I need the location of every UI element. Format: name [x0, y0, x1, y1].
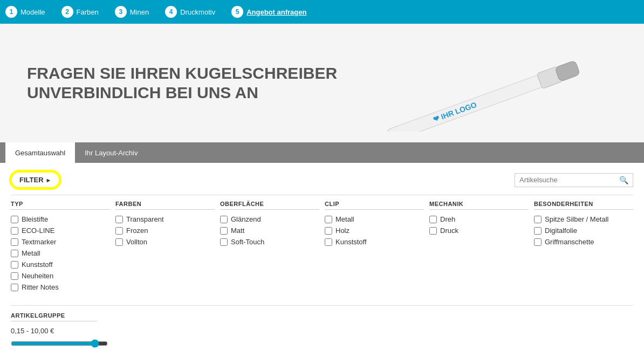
- filter-checkbox-label-2-1[interactable]: Matt: [231, 226, 244, 235]
- step-item-3[interactable]: 3Minen: [115, 6, 149, 18]
- filter-checkbox-label-0-2[interactable]: Textmarker: [22, 238, 56, 246]
- filter-column-3: CLIPMetallHolzKunststoff: [325, 201, 424, 294]
- filter-col-header-5: BESONDERHEITEN: [534, 201, 633, 210]
- tab-item-1[interactable]: Ihr Layout-Archiv: [75, 142, 147, 163]
- step-item-5[interactable]: 5Angebot anfragen: [231, 6, 306, 18]
- filter-item: Griffmanschette: [534, 238, 633, 246]
- filter-checkbox-label-2-0[interactable]: Glänzend: [231, 215, 261, 223]
- search-input[interactable]: [519, 176, 619, 184]
- filter-checkbox-1-2[interactable]: [115, 238, 123, 246]
- step-item-2[interactable]: 2Farben: [61, 6, 99, 18]
- filter-checkbox-0-2[interactable]: [11, 238, 18, 246]
- filter-item: Digitalfolie: [534, 226, 633, 235]
- filter-checkbox-label-2-2[interactable]: Soft-Touch: [231, 238, 264, 246]
- filter-checkbox-label-4-1[interactable]: Druck: [440, 226, 458, 235]
- filter-checkbox-0-5[interactable]: [11, 272, 18, 280]
- filter-checkbox-label-0-3[interactable]: Metall: [22, 249, 40, 257]
- search-wrap: 🔍: [515, 173, 633, 187]
- filter-col-header-3: CLIP: [325, 201, 424, 210]
- artikelgruppe-title: ARTIKELGRUPPE: [11, 312, 97, 321]
- filter-item: Dreh: [429, 215, 529, 223]
- filter-btn-wrap: FILTER ►: [11, 171, 60, 188]
- step-item-1[interactable]: 1Modelle: [5, 6, 45, 18]
- filter-checkbox-label-3-1[interactable]: Holz: [335, 226, 350, 235]
- step-label-5: Angebot anfragen: [246, 8, 306, 16]
- filter-checkbox-label-1-0[interactable]: Transparent: [126, 215, 164, 223]
- filter-checkbox-label-0-0[interactable]: Bleistifte: [22, 215, 48, 223]
- filter-header-row: FILTER ► 🔍: [11, 171, 633, 188]
- filter-item: Transparent: [115, 215, 215, 223]
- filter-column-5: BESONDERHEITENSpitze Silber / MetallDigi…: [534, 201, 633, 294]
- price-range-slider[interactable]: [11, 339, 108, 348]
- filter-item: Kunststoff: [325, 238, 424, 246]
- filter-arrow-icon: ►: [46, 177, 52, 183]
- filter-checkbox-label-3-0[interactable]: Metall: [335, 215, 354, 223]
- hero-section: FRAGEN SIE IHREN KUGELSCHREIBER UNVERBIN…: [0, 24, 644, 142]
- filter-checkbox-5-1[interactable]: [534, 227, 542, 235]
- tab-item-0[interactable]: Gesamtauswahl: [5, 142, 75, 163]
- filter-checkbox-5-0[interactable]: [534, 216, 542, 223]
- svg-rect-4: [555, 60, 580, 82]
- filter-checkbox-2-1[interactable]: [220, 227, 228, 235]
- step-circle-2: 2: [61, 6, 73, 18]
- filter-checkbox-0-1[interactable]: [11, 227, 18, 235]
- filter-column-1: FARBENTransparentFrozenVollton: [115, 201, 215, 294]
- hero-title: FRAGEN SIE IHREN KUGELSCHREIBER UNVERBIN…: [27, 64, 337, 102]
- artikelgruppe-section: ARTIKELGRUPPE 0,15 - 10,00 €: [11, 305, 633, 351]
- step-label-1: Modelle: [20, 8, 45, 16]
- filter-item: Druck: [429, 226, 529, 235]
- filter-column-2: OBERFLÄCHEGlänzendMattSoft-Touch: [220, 201, 319, 294]
- step-item-4[interactable]: 4Druckmotiv: [165, 6, 215, 18]
- step-label-3: Minen: [130, 8, 149, 16]
- filter-item: Holz: [325, 226, 424, 235]
- price-range-label: 0,15 - 10,00 €: [11, 327, 633, 335]
- filter-col-header-2: OBERFLÄCHE: [220, 201, 319, 210]
- filter-checkbox-2-0[interactable]: [220, 216, 228, 223]
- filter-checkbox-3-2[interactable]: [325, 238, 332, 246]
- filter-checkbox-label-5-0[interactable]: Spitze Silber / Metall: [545, 215, 609, 223]
- filter-checkbox-label-3-2[interactable]: Kunststoff: [335, 238, 367, 246]
- filter-item: Bleistifte: [11, 215, 110, 223]
- filter-item: Metall: [11, 249, 110, 257]
- filter-column-0: TYPBleistifteECO-LINETextmarkerMetallKun…: [11, 201, 110, 294]
- filter-checkbox-label-5-2[interactable]: Griffmanschette: [545, 238, 594, 246]
- filter-item: Spitze Silber / Metall: [534, 215, 633, 223]
- filter-checkbox-label-4-0[interactable]: Dreh: [440, 215, 455, 223]
- filter-checkbox-5-2[interactable]: [534, 238, 542, 246]
- filter-checkbox-1-1[interactable]: [115, 227, 123, 235]
- filter-item: Glänzend: [220, 215, 319, 223]
- step-circle-1: 1: [5, 6, 17, 18]
- filter-checkbox-0-3[interactable]: [11, 250, 18, 257]
- filter-checkbox-4-1[interactable]: [429, 227, 437, 235]
- filter-item: Neuheiten: [11, 272, 110, 280]
- filter-checkbox-3-1[interactable]: [325, 227, 332, 235]
- filter-item: Textmarker: [11, 238, 110, 246]
- filter-checkbox-1-0[interactable]: [115, 216, 123, 223]
- tabs-bar: GesamtauswahlIhr Layout-Archiv: [0, 142, 644, 163]
- filter-checkbox-0-4[interactable]: [11, 261, 18, 269]
- filter-item: Kunststoff: [11, 260, 110, 269]
- filter-checkbox-2-2[interactable]: [220, 238, 228, 246]
- filter-col-header-1: FARBEN: [115, 201, 215, 210]
- filter-checkbox-label-0-5[interactable]: Neuheiten: [22, 272, 53, 280]
- filter-checkbox-label-0-4[interactable]: Kunststoff: [22, 260, 53, 269]
- filter-checkbox-4-0[interactable]: [429, 216, 437, 223]
- filter-checkbox-3-0[interactable]: [325, 216, 332, 223]
- filter-item: ECO-LINE: [11, 226, 110, 235]
- filter-checkbox-label-1-2[interactable]: Vollton: [126, 238, 147, 246]
- filter-checkbox-0-0[interactable]: [11, 216, 18, 223]
- pen-illustration: ❤ IHR LOGO: [342, 35, 601, 132]
- step-label-2: Farben: [77, 8, 99, 16]
- filter-item: Ritter Notes: [11, 283, 110, 291]
- filter-checkbox-0-6[interactable]: [11, 284, 18, 291]
- filter-checkbox-label-0-1[interactable]: ECO-LINE: [22, 226, 54, 235]
- step-circle-3: 3: [115, 6, 127, 18]
- filter-checkbox-label-1-1[interactable]: Frozen: [126, 226, 148, 235]
- stepper-nav: 1Modelle2Farben3Minen4Druckmotiv5Angebot…: [0, 0, 644, 24]
- filter-button[interactable]: FILTER ►: [11, 171, 60, 188]
- filter-checkbox-label-5-1[interactable]: Digitalfolie: [545, 226, 577, 235]
- filter-column-4: MECHANIKDrehDruck: [429, 201, 529, 294]
- filter-item: Soft-Touch: [220, 238, 319, 246]
- filter-item: Metall: [325, 215, 424, 223]
- filter-checkbox-label-0-6[interactable]: Ritter Notes: [22, 283, 59, 291]
